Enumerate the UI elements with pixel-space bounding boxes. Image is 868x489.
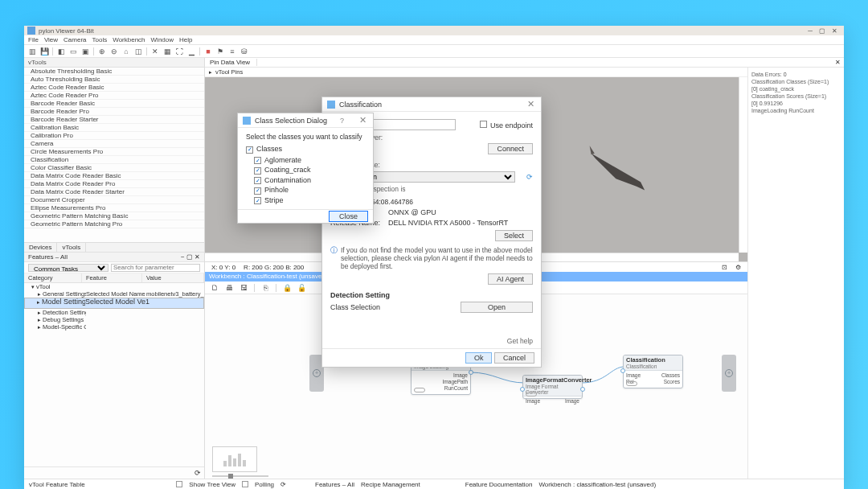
vtool-item[interactable]: Absolute Thresholding Basic — [24, 68, 204, 76]
wb-new-icon[interactable]: 🗋 — [210, 283, 219, 293]
wb-save-icon[interactable]: 🖫 — [239, 283, 248, 293]
menu-view[interactable]: View — [44, 36, 58, 43]
tool-hist-icon[interactable]: ▁ — [186, 47, 196, 56]
polling-refresh-icon[interactable]: ⟳ — [280, 481, 286, 488]
feature-search-input[interactable] — [111, 264, 200, 272]
feature-row[interactable]: General SettingsSelected Model Namemobil… — [24, 290, 204, 298]
tool-continuous-icon[interactable]: ▭ — [68, 47, 78, 56]
ai-agent-button[interactable]: AI Agent — [488, 273, 533, 285]
wb-print-icon[interactable]: 🖶 — [224, 283, 234, 293]
min-icon[interactable]: ─ — [805, 27, 816, 35]
open-button[interactable]: Open — [461, 302, 533, 313]
max-icon[interactable]: ▢ — [816, 27, 829, 35]
status-wb[interactable]: Workbench : classification-test (unsaved… — [538, 481, 656, 488]
tool-cross-icon[interactable]: ✕ — [150, 47, 160, 56]
vtool-item[interactable]: Aztec Code Reader Basic — [24, 84, 204, 92]
tool-fullscreen-icon[interactable]: ⛶ — [174, 47, 184, 56]
vtool-item[interactable]: Data Matrix Code Reader Basic — [24, 172, 204, 180]
menu-file[interactable]: File — [28, 36, 39, 43]
status-feat-all[interactable]: Features – All — [315, 481, 354, 488]
col-category[interactable]: Category — [24, 273, 82, 282]
menu-tools[interactable]: Tools — [92, 36, 108, 43]
node-image-converter[interactable]: ImageFormatConverterImage Format Convert… — [522, 375, 583, 399]
view-zoom-fit-icon[interactable]: ⊡ — [722, 264, 727, 271]
tool-stop-icon[interactable]: ▣ — [80, 47, 90, 56]
vtool-item[interactable]: Auto Thresholding Basic — [24, 76, 204, 84]
tool-grid-icon[interactable]: ▦ — [162, 47, 172, 56]
pin-data-tab[interactable]: Pin Data View — [205, 59, 257, 66]
tool-zoom-fit-icon[interactable]: ⌂ — [121, 47, 131, 56]
vtool-item[interactable]: Document Cropper — [24, 196, 204, 204]
vtools-list[interactable]: Absolute Thresholding BasicAuto Threshol… — [24, 68, 204, 243]
tool-flag-icon[interactable]: ⚑ — [215, 47, 225, 56]
vtool-item[interactable]: Geometric Pattern Matching Pro — [24, 220, 204, 228]
common-tasks-select[interactable]: Common Tasks — [28, 264, 108, 272]
class-dialog-close-icon[interactable]: ✕ — [357, 115, 368, 125]
node-classification[interactable]: ClassificationClassification ImageClasse… — [623, 355, 683, 388]
tab-vtools[interactable]: vTools — [57, 243, 86, 252]
tool-snap-icon[interactable]: ◧ — [56, 47, 66, 56]
vtool-item[interactable]: Ellipse Measurements Pro — [24, 204, 204, 212]
get-help-link[interactable]: Get help — [507, 337, 533, 345]
vtool-item[interactable]: Circle Measurements Pro — [24, 148, 204, 156]
refresh-icon[interactable]: ⟳ — [194, 469, 201, 477]
vtool-item[interactable]: Data Matrix Code Reader Pro — [24, 180, 204, 188]
vtool-item[interactable]: Calibration Pro — [24, 132, 204, 140]
view-settings-icon[interactable]: ⚙ — [735, 264, 741, 271]
feature-row[interactable]: Model SettingsSelected Model Version1 — [24, 298, 204, 309]
ok-button[interactable]: Ok — [465, 352, 493, 364]
class-checkbox-item[interactable]: ✓Aglomerate — [254, 156, 365, 165]
wb-copy-icon[interactable]: ⎘ — [260, 283, 270, 293]
use-endpoint-checkbox[interactable]: Use endpoint — [480, 121, 533, 129]
features-close-icon[interactable]: − ▢ ✕ — [181, 253, 200, 261]
tool-db-icon[interactable]: ⛁ — [240, 47, 249, 56]
menu-camera[interactable]: Camera — [63, 36, 86, 43]
vtool-item[interactable]: Camera — [24, 140, 204, 148]
wb-unlock-icon[interactable]: 🔓 — [297, 283, 306, 293]
tool-zoom-100-icon[interactable]: ◫ — [133, 47, 143, 56]
feature-row[interactable]: Debug Settings — [24, 316, 204, 323]
tool-save-icon[interactable]: 💾 — [39, 47, 49, 56]
class-close-button[interactable]: Close — [329, 211, 368, 222]
show-tree-checkbox[interactable] — [176, 481, 182, 487]
tab-devices[interactable]: Devices — [24, 243, 57, 252]
vtool-item[interactable]: Aztec Code Reader Pro — [24, 92, 204, 100]
vtool-item[interactable]: Data Matrix Code Reader Starter — [24, 188, 204, 196]
col-feature[interactable]: Feature — [82, 273, 142, 282]
class-dialog-help-icon[interactable]: ? — [337, 117, 347, 125]
wb-lock-icon[interactable]: 🔒 — [282, 283, 292, 293]
close-icon[interactable]: ✕ — [829, 27, 841, 35]
vtool-item[interactable]: Barcode Reader Starter — [24, 116, 204, 124]
status-feat-table[interactable]: vTool Feature Table — [29, 481, 85, 488]
class-checkbox-item[interactable]: ✓Contamination — [254, 176, 365, 185]
vtool-item[interactable]: Calibration Basic — [24, 124, 204, 132]
vtool-item[interactable]: Barcode Reader Basic — [24, 100, 204, 108]
tool-zoom-in-icon[interactable]: ⊕ — [97, 47, 107, 56]
pin-subtab[interactable]: vTool Pins — [215, 68, 243, 76]
connect-button[interactable]: Connect — [488, 143, 533, 154]
vtool-item[interactable]: Geometric Pattern Matching Basic — [24, 212, 204, 220]
tool-zoom-out-icon[interactable]: ⊖ — [109, 47, 119, 56]
vtool-item[interactable]: Barcode Reader Pro — [24, 108, 204, 116]
status-recipe[interactable]: Recipe Management — [361, 481, 420, 488]
tool-wb-icon[interactable]: ≡ — [227, 47, 237, 56]
select-button[interactable]: Select — [495, 230, 533, 241]
menu-workbench[interactable]: Workbench — [113, 36, 145, 43]
col-value[interactable]: Value — [142, 273, 204, 282]
menu-help[interactable]: Help — [179, 36, 192, 43]
class-checkbox-item[interactable]: ✓Coating_crack — [254, 166, 365, 175]
tool-open-icon[interactable]: ▥ — [27, 47, 37, 56]
vtools-tab[interactable]: vTools — [24, 58, 204, 68]
pin-close-icon[interactable]: ✕ — [832, 59, 844, 66]
output-port-pad[interactable]: + — [722, 355, 736, 392]
classes-group-checkbox[interactable]: ✓Classes — [246, 145, 365, 154]
canvas-navigator[interactable] — [212, 446, 257, 472]
feature-row[interactable]: vTool — [24, 283, 204, 290]
polling-checkbox[interactable] — [242, 481, 248, 487]
feature-row[interactable]: Detection Settings — [24, 309, 204, 316]
class-checkbox-item[interactable]: ✓Pinhole — [254, 186, 365, 195]
tool-record-icon[interactable]: ■ — [203, 47, 213, 56]
vtool-item[interactable]: Classification — [24, 156, 204, 164]
vtool-item[interactable]: Color Classifier Basic — [24, 164, 204, 172]
dialog-close-icon[interactable]: ✕ — [525, 99, 536, 109]
